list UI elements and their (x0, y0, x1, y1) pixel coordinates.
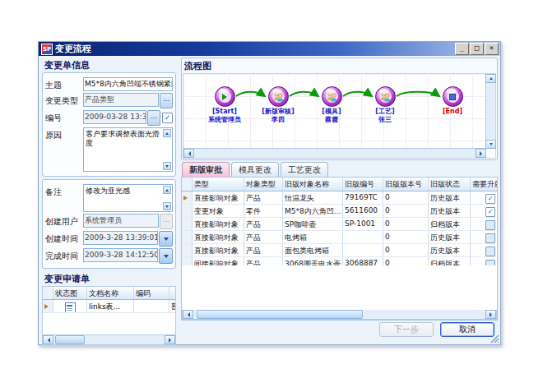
form-row: 创建用户系统管理员... (45, 214, 173, 229)
selected-row-icon (44, 304, 51, 309)
scroll-down-icon[interactable] (163, 162, 171, 170)
flow-node-start[interactable]: [Start]系统管理员 (198, 86, 251, 123)
scroll-up-icon[interactable] (163, 186, 171, 194)
scroll-right-icon[interactable] (476, 149, 486, 158)
checkbox-unchecked-icon[interactable] (485, 220, 495, 230)
resize-grip[interactable] (490, 334, 499, 344)
checkbox-checked-icon[interactable]: ✓ (162, 113, 173, 123)
grid-cell: 电烤箱 (283, 231, 343, 243)
scroll-left-icon[interactable] (183, 310, 193, 319)
text-field[interactable]: 产品类型 (83, 93, 159, 107)
grid-cell: 直接影响对象 (193, 218, 244, 230)
chevron-down-icon (164, 238, 169, 243)
scroll-right-icon[interactable] (485, 310, 496, 319)
column-header[interactable] (169, 287, 175, 299)
text-field[interactable]: 2009-3-28 13:39:01 (83, 231, 158, 245)
node-core (219, 90, 231, 103)
column-header[interactable]: 旧版状态 (429, 178, 471, 191)
dialog-body: 变更单信息 主题M5*8内六角凹端不锈钢紧固螺钉变更类型产品类型...编号200… (41, 58, 498, 341)
fields-group-meta: 备注修改为亚光感创建用户系统管理员...创建时间2009-3-28 13:39:… (42, 179, 176, 269)
table-row[interactable]: 直接影响对象产品面包类电烤箱0历史版本 (182, 244, 497, 257)
flow-chart-canvas[interactable]: [Start]系统管理员[新版审核]李四[模具]蔡霞[工艺]张三[End] (183, 74, 486, 149)
next-button[interactable]: 下一步 (379, 322, 434, 337)
table-row[interactable]: 变更对象零件M5*8内六角凹...56116000历史版本✓M5*8 (182, 205, 497, 218)
field-control: 2009-3-28 14:12:50 (83, 248, 173, 264)
selected-row-icon (183, 196, 190, 201)
checkbox-unchecked-icon[interactable] (485, 233, 495, 243)
checkbox-unchecked-icon[interactable] (485, 247, 495, 256)
maximize-button[interactable]: □ (470, 43, 484, 55)
node-step-label: [工艺] (359, 108, 411, 115)
textarea-field[interactable]: 客户要求调整表面光滑度 (83, 127, 173, 172)
checkbox-checked-icon[interactable]: ✓ (485, 207, 495, 217)
flow-node-users[interactable]: [模具]蔡霞 (305, 86, 358, 123)
approval-grid: 类型对象类型旧版对象名称旧版编号旧版版本号旧版状态需要升版新版直接影响对象产品恒… (181, 177, 498, 321)
scroll-up-icon[interactable] (163, 129, 171, 137)
text-field[interactable]: 2009-03-28 13:39:01 (83, 110, 146, 124)
column-header[interactable]: 旧版对象名称 (283, 178, 343, 191)
scrollbar-thumb[interactable] (55, 335, 85, 344)
upgrade-cell: ✓ (471, 205, 498, 217)
ellipsis-button[interactable]: ... (160, 93, 173, 108)
document-icon (65, 302, 76, 312)
column-header[interactable]: 状态图 (53, 287, 87, 299)
scroll-down-icon[interactable] (163, 202, 171, 210)
flow-node-end[interactable]: [End] (426, 86, 479, 116)
scrollbar-thumb[interactable] (197, 310, 363, 319)
column-header[interactable]: 旧版编号 (343, 178, 383, 191)
textarea-field[interactable]: 修改为亚光感 (83, 184, 173, 212)
text-field[interactable]: 系统管理员 (83, 214, 159, 228)
footer-buttons: 下一步 取消 (379, 322, 494, 337)
table-row[interactable]: 直接影响对象产品恒温龙头79169TC0历史版本✓ (182, 191, 497, 205)
column-header[interactable]: 类型 (193, 178, 244, 191)
change-request-table: 状态图文档名称编码links表...普 (42, 286, 176, 345)
dropdown-button[interactable] (159, 231, 173, 247)
tab-3[interactable]: 工艺更改 (281, 162, 328, 177)
window-titlebar[interactable]: SP 变更流程 _ □ × (39, 42, 500, 56)
flow-vertical-scrollbar[interactable] (485, 74, 495, 149)
text-field[interactable]: M5*8内六角凹端不锈钢紧固螺钉 (83, 77, 173, 91)
users-icon (326, 90, 338, 103)
column-header[interactable]: 编码 (134, 287, 169, 299)
grid-horizontal-scrollbar[interactable] (182, 310, 497, 320)
node-core (272, 90, 285, 103)
field-control: 系统管理员... (83, 214, 173, 229)
table-empty-area (43, 313, 175, 334)
tab-1[interactable]: 新版审批 (182, 162, 230, 177)
cancel-button[interactable]: 取消 (440, 322, 494, 337)
doc-name-cell: links表... (87, 300, 134, 312)
node-sphere (443, 86, 463, 107)
close-button[interactable]: × (485, 43, 499, 55)
table-row[interactable]: 直接影响对象产品SP咖啡壶SP-10010归档版本SP咖 (182, 218, 497, 231)
field-control: 2009-3-28 13:39:01 (83, 231, 173, 247)
left-panel-header: 变更单信息 (42, 58, 176, 72)
scroll-left-icon[interactable] (183, 149, 194, 158)
grid-cell: 归档版本 (429, 218, 471, 230)
ellipsis-button[interactable]: ... (160, 214, 173, 229)
flow-horizontal-scrollbar[interactable] (183, 148, 486, 158)
column-header[interactable]: 需要升版 (471, 178, 498, 191)
minimize-button[interactable]: _ (455, 43, 469, 55)
list-horizontal-scrollbar[interactable] (42, 335, 176, 345)
table-row[interactable]: 直接影响对象产品电烤箱0历史版本 (182, 231, 497, 244)
text-field[interactable]: 2009-3-28 14:12:50 (83, 248, 158, 262)
scroll-down-icon[interactable] (485, 140, 496, 149)
form-row: 完成时间2009-3-28 14:12:50 (45, 248, 173, 264)
scroll-left-icon[interactable] (43, 335, 53, 344)
table-row[interactable]: links表...普 (43, 300, 175, 313)
grid-cell: 79169TC (343, 191, 383, 204)
flow-node-users[interactable]: [工艺]张三 (359, 86, 411, 123)
ellipsis-button[interactable]: ... (147, 110, 160, 126)
grid-cell: SP-1001 (343, 218, 383, 230)
dropdown-button[interactable] (159, 248, 173, 264)
scroll-right-icon[interactable] (165, 335, 175, 344)
column-header[interactable]: 文档名称 (87, 287, 134, 299)
row-indicator (182, 191, 193, 204)
grid-cell: 产品 (244, 244, 283, 256)
column-header[interactable]: 对象类型 (244, 178, 283, 191)
checkbox-checked-icon[interactable]: ✓ (485, 194, 495, 204)
flow-node-users[interactable]: [新版审核]李四 (252, 86, 304, 123)
column-header[interactable]: 旧版版本号 (383, 178, 429, 191)
scroll-up-icon[interactable] (485, 74, 496, 83)
tab-2[interactable]: 模具更改 (231, 162, 279, 177)
